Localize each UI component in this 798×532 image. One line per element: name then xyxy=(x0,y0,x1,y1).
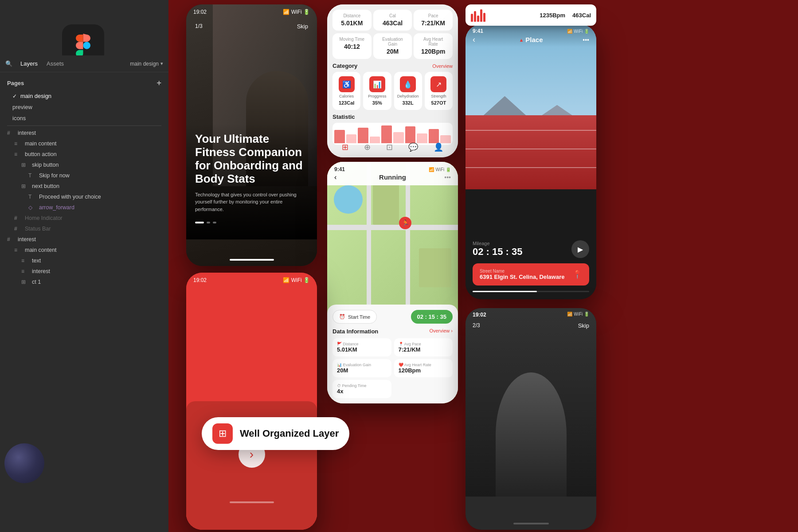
layer-name: Proceed with your choice xyxy=(39,194,101,200)
layer-item[interactable]: T Proceed with your choice xyxy=(0,192,168,202)
pagination-dots xyxy=(195,222,308,223)
stat-distance: Distance 5.01KM xyxy=(332,10,372,31)
tab-assets[interactable]: Assets xyxy=(42,59,68,69)
layer-item[interactable]: ⊞ next button xyxy=(0,181,168,192)
chart-bar xyxy=(477,16,479,22)
phone1-content: Your Ultimate Fitness Companion for Onbo… xyxy=(186,124,317,239)
phone6-header: 19:02 📶 WiFi 🔋 xyxy=(473,312,589,318)
hash-icon: # xyxy=(7,130,14,136)
second-stats-row: Moving Time 40:12 Evaluation Gain 20M Av… xyxy=(332,33,453,59)
decorative-orb xyxy=(4,443,44,483)
layer-name: ct 1 xyxy=(32,279,41,285)
figma-tabs: 🔍 Layers Assets main design ▾ xyxy=(0,55,168,72)
pages-label: Pages xyxy=(7,80,24,86)
nav-chat-icon[interactable]: 💬 xyxy=(408,142,418,152)
bottom-nav: ⊞ ⊕ ⊡ 💬 👤 xyxy=(327,141,458,154)
toast-text: Well Organized Layer xyxy=(240,428,339,439)
overview-link[interactable]: Overview › xyxy=(429,328,453,335)
map-road-vertical xyxy=(406,162,410,319)
nav-grid-icon[interactable]: ⊞ xyxy=(342,142,348,152)
category-header: Category Overview xyxy=(332,63,453,69)
lines-icon: ≡ xyxy=(14,247,21,253)
lines-icon: ≡ xyxy=(14,141,21,147)
layer-item[interactable]: # interest xyxy=(0,234,168,245)
more-button[interactable]: ••• xyxy=(583,36,589,43)
layer-item[interactable]: ≡ main content xyxy=(0,245,168,255)
place-screen: 9:41 📶 WiFi 🔋 ‹ ▲ Place ••• Mileage 0 xyxy=(466,24,596,299)
phone-place: 9:41 📶 WiFi 🔋 ‹ ▲ Place ••• Mileage 0 xyxy=(466,24,596,299)
dot-active xyxy=(195,222,204,223)
start-time-button[interactable]: ⏰ Start Time xyxy=(332,310,377,324)
phone-fitness-onboarding: 19:02 📶 WiFi 🔋 1/3 Skip Your Ultimate Fi… xyxy=(186,4,317,266)
chevron-down-icon: ▾ xyxy=(160,61,163,66)
phone-video: 19:02 📶 WiFi 🔋 2/3 Skip xyxy=(466,308,596,530)
running-title: Running xyxy=(379,173,406,181)
layer-name: text xyxy=(32,258,41,264)
map-area: 🏃 9:41 📶 WiFi 🔋 ‹ Running ••• xyxy=(327,162,458,319)
page-icons[interactable]: icons xyxy=(0,113,168,124)
layer-item[interactable]: ≡ button action xyxy=(0,149,168,160)
layer-name: interest xyxy=(18,130,36,136)
phone1-subtitle: Technology that gives you control over p… xyxy=(195,191,308,213)
search-icon[interactable]: 🔍 xyxy=(5,60,12,67)
bpm-widget: 1235Bpm 463Cal xyxy=(466,4,596,26)
widget-cal: 463Cal xyxy=(572,12,591,19)
nav-scan-icon[interactable]: ⊡ xyxy=(386,142,393,152)
nav-plus-icon[interactable]: ⊕ xyxy=(364,142,371,152)
place-bottom: Mileage 02 : 15 : 35 ▶ Street Name 6391 … xyxy=(466,233,596,299)
layer-item[interactable]: ≡ main content xyxy=(0,138,168,149)
signal-icons: 📶 WiFi 🔋 xyxy=(567,312,589,318)
video-screen: 19:02 📶 WiFi 🔋 2/3 Skip xyxy=(466,308,596,530)
street-value: 6391 Elgin St. Celina, Delaware xyxy=(480,274,564,280)
component-icon: ⊞ xyxy=(21,279,28,285)
map-building xyxy=(419,248,452,288)
data-eval: 📊 Evaluation Gain 20M xyxy=(332,359,391,377)
location-pin-icon: 📍 xyxy=(572,270,582,279)
stat-heart: Avg Heart Rate 120Bpm xyxy=(414,33,453,59)
tab-layers[interactable]: Layers xyxy=(16,59,42,69)
page-preview[interactable]: preview xyxy=(0,102,168,113)
status-time: 19:02 xyxy=(193,277,207,283)
back-button[interactable]: ‹ xyxy=(334,173,336,181)
back-button[interactable]: ‹ xyxy=(473,35,475,44)
layer-item[interactable]: ◇ arrow_forward xyxy=(0,202,168,213)
layer-item[interactable]: # interest xyxy=(0,128,168,138)
toast-icon: ⊞ xyxy=(212,423,233,444)
layer-item[interactable]: # Status Bar xyxy=(0,223,168,234)
layer-item[interactable]: T Skip for now xyxy=(0,170,168,181)
place-header: 9:41 📶 WiFi 🔋 ‹ ▲ Place ••• xyxy=(466,24,596,47)
data-info-header: Data Information Overview › xyxy=(332,328,453,335)
lines-icon: ≡ xyxy=(14,151,21,157)
map-header: 9:41 📶 WiFi 🔋 ‹ Running ••• xyxy=(327,162,458,185)
data-distance: 🚩 Distance 5.01KM xyxy=(332,338,391,356)
layer-item[interactable]: # Home Indicator xyxy=(0,213,168,223)
status-time: 19:02 xyxy=(193,9,207,15)
top-stats-row: Distance 5.01KM Cal 463Cal Pace 7:21/KM xyxy=(332,10,453,31)
phone1-skip-button[interactable]: Skip xyxy=(297,23,308,30)
hash-icon: # xyxy=(14,215,21,221)
figma-sidebar: 🔍 Layers Assets main design ▾ Pages + ✓ … xyxy=(0,0,168,532)
layer-name: next button xyxy=(32,183,59,189)
clock-icon: ⏰ xyxy=(339,314,345,320)
status-icons: 📶 WiFi 🔋 xyxy=(283,277,310,283)
progress-bar xyxy=(473,291,589,292)
skip-button[interactable]: Skip xyxy=(578,322,589,329)
place-icon: ▲ xyxy=(519,37,524,43)
nav-user-icon[interactable]: 👤 xyxy=(434,142,443,152)
widget-bpm: 1235Bpm xyxy=(540,12,565,19)
layer-item[interactable]: ≡ text xyxy=(0,255,168,266)
chart-bar xyxy=(471,14,473,22)
layer-item[interactable]: ⊞ skip button xyxy=(0,160,168,170)
layer-item[interactable]: ≡ interest xyxy=(0,266,168,277)
layer-item[interactable]: ⊞ ct 1 xyxy=(0,277,168,287)
more-button[interactable]: ••• xyxy=(444,174,451,181)
cat-calories: ♿ Calories 123Cal xyxy=(332,72,360,110)
signal-icons: 📶 WiFi 🔋 xyxy=(429,167,451,172)
mileage-row: Mileage 02 : 15 : 35 ▶ xyxy=(473,240,589,258)
home-indicator xyxy=(513,523,549,524)
street-name-bar: Street Name 6391 Elgin St. Celina, Delaw… xyxy=(473,263,589,286)
page-main-design[interactable]: ✓ main design xyxy=(0,90,168,102)
play-button[interactable]: ▶ xyxy=(571,240,589,258)
add-page-button[interactable]: + xyxy=(156,78,161,88)
start-time-label: Start Time xyxy=(348,314,370,320)
